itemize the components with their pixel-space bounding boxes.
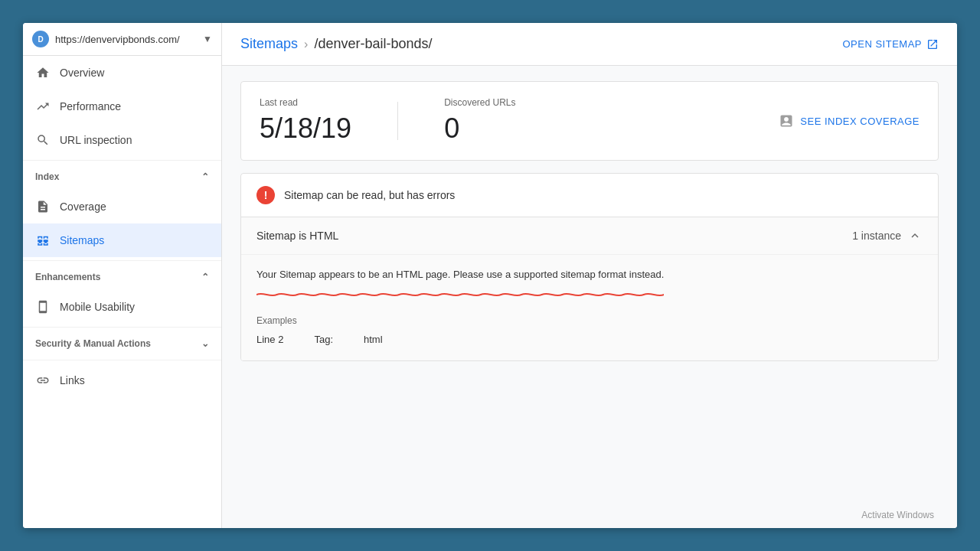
open-sitemap-label: OPEN SITEMAP	[842, 38, 922, 50]
index-label: Index	[35, 171, 59, 182]
index-collapse-icon: ⌃	[201, 171, 209, 182]
sitemaps-label: Sitemaps	[60, 234, 104, 246]
security-collapse-icon: ⌄	[201, 338, 209, 349]
discovered-urls-stat: Discovered URLs 0	[444, 97, 515, 145]
sidebar-item-url-inspection[interactable]: URL inspection	[23, 123, 221, 157]
trending-up-icon	[35, 99, 51, 114]
sidebar: D https://denvervipbonds.com/ ▼ Overview	[23, 23, 222, 528]
error-status-icon: !	[256, 186, 275, 204]
activate-windows-watermark: Activate Windows	[861, 510, 934, 520]
security-section-header[interactable]: Security & Manual Actions ⌄	[23, 331, 221, 357]
example-line-value: Line 2	[256, 334, 283, 345]
stats-card: Last read 5/18/19 Discovered URLs 0 SEE …	[240, 81, 939, 161]
examples-tag-value-col: html	[364, 334, 383, 345]
external-link-icon	[926, 38, 939, 51]
overview-label: Overview	[60, 67, 104, 79]
see-coverage-button[interactable]: SEE INDEX COVERAGE	[779, 113, 920, 129]
mobile-icon	[35, 299, 51, 315]
instance-count: 1 instance	[852, 230, 901, 242]
sidebar-item-links[interactable]: Links	[23, 364, 221, 397]
performance-label: Performance	[60, 100, 121, 112]
sidebar-item-performance[interactable]: Performance	[23, 90, 221, 123]
security-label: Security & Manual Actions	[35, 338, 151, 349]
site-url-label: https://denvervipbonds.com/	[55, 34, 197, 45]
enhancements-section-header[interactable]: Enhancements ⌃	[23, 264, 221, 290]
enhancements-label: Enhancements	[35, 272, 100, 282]
chevron-up-icon	[907, 228, 923, 243]
sidebar-item-sitemaps[interactable]: Sitemaps	[23, 223, 221, 257]
mobile-usability-label: Mobile Usability	[60, 301, 135, 313]
url-inspection-label: URL inspection	[60, 134, 132, 146]
stat-divider	[397, 102, 398, 140]
coverage-chart-icon	[779, 113, 794, 129]
breadcrumb-separator: ›	[304, 37, 308, 51]
svg-text:D: D	[38, 35, 43, 44]
error-header: ! Sitemap can be read, but has errors	[241, 174, 938, 217]
see-coverage-label: SEE INDEX COVERAGE	[800, 116, 920, 127]
content-area: Last read 5/18/19 Discovered URLs 0 SEE …	[222, 66, 957, 528]
divider-2	[23, 260, 221, 261]
examples-table: Line 2 Tag: html	[256, 334, 923, 345]
error-type-label: Sitemap is HTML	[256, 230, 338, 242]
error-squiggle	[256, 291, 664, 298]
discovered-urls-label: Discovered URLs	[444, 97, 515, 108]
examples-tag-col: Tag:	[314, 334, 333, 345]
home-icon	[35, 65, 51, 80]
breadcrumb: Sitemaps › /denver-bail-bonds/	[240, 36, 432, 52]
error-card: ! Sitemap can be read, but has errors Si…	[240, 173, 939, 361]
error-row[interactable]: Sitemap is HTML 1 instance	[241, 217, 938, 255]
last-read-stat: Last read 5/18/19	[260, 97, 351, 145]
file-icon	[35, 199, 51, 214]
index-section-header[interactable]: Index ⌃	[23, 164, 221, 190]
dropdown-arrow-icon: ▼	[203, 34, 212, 44]
site-favicon: D	[32, 31, 49, 47]
nav-scroll: Overview Performance URL inspection	[23, 56, 221, 528]
detail-message: Your Sitemap appears to be an HTML page.…	[256, 269, 664, 280]
discovered-urls-value: 0	[444, 112, 515, 145]
last-read-label: Last read	[260, 97, 351, 108]
sidebar-item-coverage[interactable]: Coverage	[23, 190, 221, 223]
site-selector[interactable]: D https://denvervipbonds.com/ ▼	[23, 23, 221, 56]
sidebar-item-overview[interactable]: Overview	[23, 56, 221, 90]
main-content: Sitemaps › /denver-bail-bonds/ OPEN SITE…	[222, 23, 957, 528]
instance-info: 1 instance	[852, 228, 923, 243]
divider-1	[23, 160, 221, 161]
search-icon	[35, 132, 51, 148]
last-read-value: 5/18/19	[260, 112, 351, 145]
sitemap-icon	[35, 233, 51, 248]
detail-panel: Your Sitemap appears to be an HTML page.…	[241, 255, 938, 360]
links-label: Links	[60, 374, 85, 386]
divider-3	[23, 327, 221, 328]
link-icon	[35, 373, 51, 388]
top-bar: Sitemaps › /denver-bail-bonds/ OPEN SITE…	[222, 23, 957, 66]
examples-label: Examples	[256, 315, 923, 326]
examples-line-col: Line 2	[256, 334, 283, 345]
example-tag-value: html	[364, 334, 383, 345]
example-tag-label: Tag:	[314, 334, 333, 345]
error-status-message: Sitemap can be read, but has errors	[284, 189, 455, 201]
divider-4	[23, 360, 221, 360]
sidebar-item-mobile-usability[interactable]: Mobile Usability	[23, 290, 221, 324]
open-sitemap-button[interactable]: OPEN SITEMAP	[842, 38, 939, 51]
enhancements-collapse-icon: ⌃	[201, 272, 209, 282]
coverage-label: Coverage	[60, 201, 106, 213]
breadcrumb-root[interactable]: Sitemaps	[240, 36, 298, 52]
breadcrumb-current: /denver-bail-bonds/	[314, 36, 432, 52]
